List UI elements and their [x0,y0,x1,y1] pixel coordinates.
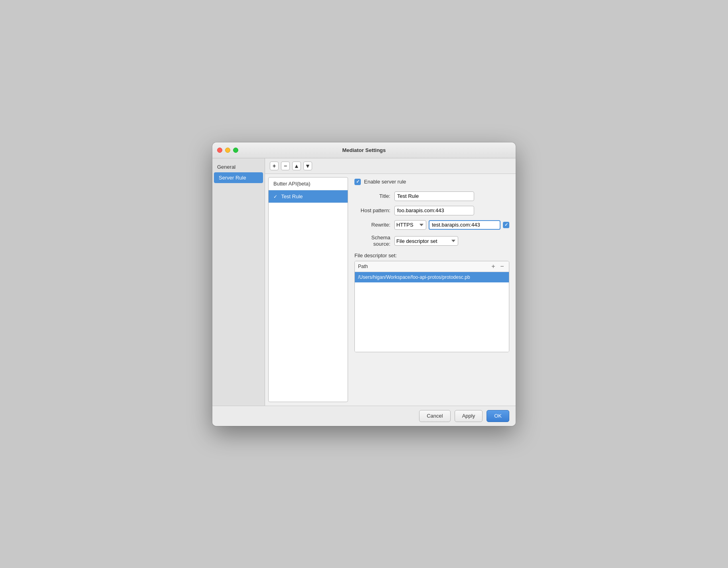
file-table-body: /Users/higan/Workspace/foo-api-protos/pr… [355,272,509,352]
rewrite-input[interactable] [429,220,500,230]
rewrite-protocol-select[interactable]: HTTPS HTTP [394,220,426,230]
main-content: General Server Rule + − ▲ [212,158,516,406]
list-item-test-rule[interactable]: ✓ Test Rule [269,190,348,203]
file-table-column-path: Path [358,264,368,269]
enable-label: Enable server rule [364,179,406,185]
bottom-bar: Cancel Apply OK [212,406,516,426]
schema-row: Schemasource: File descriptor set Proto … [354,235,509,248]
title-label: Title: [354,193,394,199]
sidebar: General Server Rule [212,158,265,406]
remove-rule-button[interactable]: − [281,162,290,170]
sidebar-item-server-rule[interactable]: Server Rule [214,172,263,183]
list-item-butter-api[interactable]: Butter API(beta) [269,178,348,190]
close-button[interactable] [217,148,222,153]
schema-select[interactable]: File descriptor set Proto files Reflecti… [394,236,458,246]
rules-list: Butter API(beta) ✓ Test Rule [268,177,348,402]
file-table: Path + − /Users/higan/Workspace/foo-api-… [354,261,509,352]
ok-button[interactable]: OK [487,410,509,422]
enable-row: ✓ Enable server rule [354,179,509,185]
cancel-button[interactable]: Cancel [419,410,450,422]
rewrite-check-icon: ✓ [504,222,508,227]
checkmark-icon: ✓ [273,194,277,199]
title-input[interactable] [394,191,474,201]
title-bar: Mediator Settings [212,142,516,158]
rewrite-row: Rewrite: HTTPS HTTP ✓ [354,220,509,230]
file-table-header: Path + − [355,261,509,272]
file-descriptor-label: File descriptor set: [354,252,509,258]
content-area: + − ▲ ▼ B [265,158,516,406]
move-up-button[interactable]: ▲ [292,162,301,170]
move-down-button[interactable]: ▼ [303,162,312,170]
host-input[interactable] [394,206,474,215]
minimize-button[interactable] [225,148,230,153]
window-body: General Server Rule + − ▲ [212,158,516,426]
add-rule-button[interactable]: + [270,162,279,170]
title-row: Title: [354,191,509,201]
host-label: Host pattern: [354,207,394,213]
schema-label: Schemasource: [354,235,394,248]
check-icon: ✓ [356,179,360,184]
apply-button[interactable]: Apply [455,410,483,422]
settings-window: Mediator Settings General Server Rule + [212,142,516,426]
maximize-button[interactable] [233,148,238,153]
enable-checkbox[interactable]: ✓ [354,179,361,185]
rewrite-label: Rewrite: [354,222,394,228]
remove-file-button[interactable]: − [499,263,506,270]
rewrite-checkbox[interactable]: ✓ [503,222,509,228]
rewrite-controls: HTTPS HTTP ✓ [394,220,509,230]
add-file-button[interactable]: + [490,263,497,270]
sidebar-item-general[interactable]: General [212,162,265,172]
window-controls [217,148,238,153]
file-row[interactable]: /Users/higan/Workspace/foo-api-protos/pr… [355,272,509,282]
host-row: Host pattern: [354,206,509,215]
window-title: Mediator Settings [342,147,386,153]
toolbar: + − ▲ ▼ [265,158,516,174]
form-panel: ✓ Enable server rule Title: Host pattern… [348,174,516,405]
panels: Butter API(beta) ✓ Test Rule ✓ [265,174,516,405]
file-table-actions: + − [490,263,506,270]
